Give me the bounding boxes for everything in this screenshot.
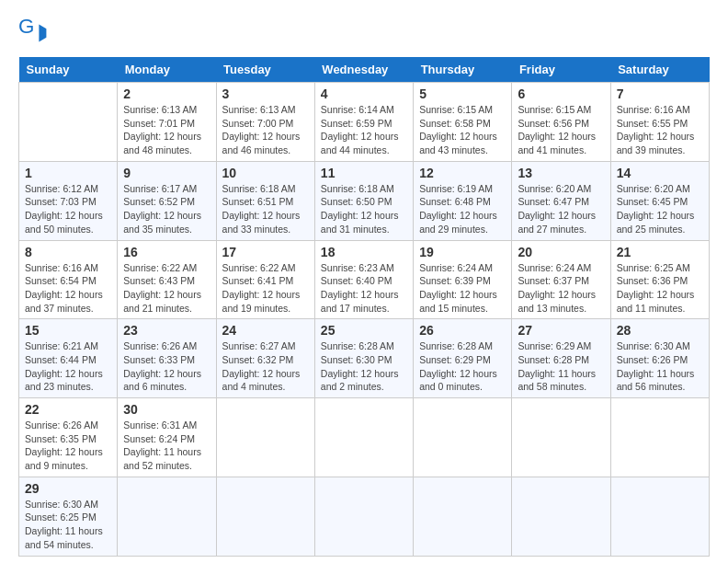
col-monday: Monday	[118, 57, 216, 83]
calendar-cell: 5 Sunrise: 6:15 AM Sunset: 6:58 PM Dayli…	[414, 83, 512, 162]
calendar-cell: 24 Sunrise: 6:27 AM Sunset: 6:32 PM Dayl…	[216, 319, 314, 398]
day-info: Sunrise: 6:22 AM Sunset: 6:41 PM Dayligh…	[222, 261, 309, 316]
calendar-cell: 3 Sunrise: 6:13 AM Sunset: 7:00 PM Dayli…	[216, 83, 314, 162]
sunrise: Sunrise: 6:28 AM	[321, 340, 394, 351]
day-info: Sunrise: 6:31 AM Sunset: 6:24 PM Dayligh…	[123, 419, 210, 473]
day-info: Sunrise: 6:30 AM Sunset: 6:25 PM Dayligh…	[25, 498, 111, 552]
sunrise: Sunrise: 6:29 AM	[518, 340, 591, 351]
sunrise: Sunrise: 6:30 AM	[25, 499, 98, 510]
calendar-cell: 8 Sunrise: 6:16 AM Sunset: 6:54 PM Dayli…	[19, 240, 118, 319]
day-info: Sunrise: 6:18 AM Sunset: 6:50 PM Dayligh…	[321, 182, 407, 236]
sunrise: Sunrise: 6:17 AM	[123, 183, 197, 194]
calendar-cell: 15 Sunrise: 6:21 AM Sunset: 6:44 PM Dayl…	[19, 319, 118, 398]
day-info: Sunrise: 6:18 AM Sunset: 6:51 PM Dayligh…	[222, 182, 309, 236]
day-number: 12	[419, 166, 506, 180]
day-info: Sunrise: 6:17 AM Sunset: 6:52 PM Dayligh…	[123, 182, 210, 236]
sunset: Sunset: 6:50 PM	[321, 196, 392, 207]
sunrise: Sunrise: 6:21 AM	[25, 340, 98, 351]
daylight: Daylight: 12 hours and 2 minutes.	[321, 368, 399, 393]
day-number: 23	[123, 323, 210, 338]
day-number: 1	[25, 166, 111, 180]
day-info: Sunrise: 6:25 AM Sunset: 6:36 PM Dayligh…	[617, 261, 703, 316]
sunset: Sunset: 6:30 PM	[321, 354, 392, 365]
daylight: Daylight: 12 hours and 33 minutes.	[222, 210, 301, 235]
calendar-cell: 20 Sunrise: 6:24 AM Sunset: 6:37 PM Dayl…	[512, 240, 610, 319]
sunrise: Sunrise: 6:26 AM	[123, 340, 197, 351]
calendar-cell: 17 Sunrise: 6:22 AM Sunset: 6:41 PM Dayl…	[216, 240, 314, 319]
calendar-cell	[512, 477, 610, 556]
sunset: Sunset: 6:47 PM	[518, 196, 589, 207]
sunset: Sunset: 6:26 PM	[617, 354, 688, 365]
daylight: Daylight: 12 hours and 23 minutes.	[25, 368, 103, 393]
day-info: Sunrise: 6:24 AM Sunset: 6:37 PM Dayligh…	[518, 261, 604, 316]
calendar-week-row: 22 Sunrise: 6:26 AM Sunset: 6:35 PM Dayl…	[19, 398, 710, 477]
calendar-cell	[19, 83, 118, 162]
daylight: Daylight: 11 hours and 56 minutes.	[617, 368, 695, 393]
page-header: G	[18, 18, 710, 48]
calendar-cell: 9 Sunrise: 6:17 AM Sunset: 6:52 PM Dayli…	[118, 161, 216, 240]
col-wednesday: Wednesday	[314, 57, 413, 83]
daylight: Daylight: 12 hours and 44 minutes.	[321, 131, 399, 155]
sunset: Sunset: 6:55 PM	[617, 118, 688, 129]
day-info: Sunrise: 6:30 AM Sunset: 6:26 PM Dayligh…	[617, 339, 703, 394]
calendar-cell	[216, 477, 314, 556]
day-number: 8	[25, 245, 111, 259]
daylight: Daylight: 12 hours and 13 minutes.	[518, 289, 596, 314]
calendar-cell	[610, 398, 709, 477]
col-friday: Friday	[512, 57, 610, 83]
sunrise: Sunrise: 6:30 AM	[617, 340, 690, 351]
day-info: Sunrise: 6:15 AM Sunset: 6:58 PM Dayligh…	[419, 103, 506, 157]
calendar-week-row: 2 Sunrise: 6:13 AM Sunset: 7:01 PM Dayli…	[19, 83, 710, 162]
calendar-cell: 10 Sunrise: 6:18 AM Sunset: 6:51 PM Dayl…	[216, 161, 314, 240]
day-number: 21	[617, 245, 703, 259]
sunrise: Sunrise: 6:20 AM	[518, 183, 591, 194]
day-info: Sunrise: 6:13 AM Sunset: 7:01 PM Dayligh…	[123, 103, 210, 157]
sunrise: Sunrise: 6:20 AM	[617, 183, 690, 194]
sunrise: Sunrise: 6:24 AM	[419, 262, 493, 273]
sunset: Sunset: 6:39 PM	[419, 275, 491, 286]
daylight: Daylight: 12 hours and 41 minutes.	[518, 131, 596, 155]
day-number: 2	[123, 86, 210, 101]
svg-text:G: G	[18, 18, 34, 38]
day-number: 18	[321, 245, 407, 259]
calendar-cell: 29 Sunrise: 6:30 AM Sunset: 6:25 PM Dayl…	[19, 477, 118, 556]
calendar-cell: 11 Sunrise: 6:18 AM Sunset: 6:50 PM Dayl…	[314, 161, 413, 240]
day-info: Sunrise: 6:28 AM Sunset: 6:29 PM Dayligh…	[419, 339, 506, 394]
sunset: Sunset: 6:58 PM	[419, 118, 491, 129]
daylight: Daylight: 12 hours and 21 minutes.	[123, 289, 201, 314]
daylight: Daylight: 11 hours and 52 minutes.	[123, 446, 201, 471]
sunset: Sunset: 6:28 PM	[518, 354, 589, 365]
sunrise: Sunrise: 6:12 AM	[25, 183, 98, 194]
daylight: Daylight: 12 hours and 29 minutes.	[419, 210, 497, 235]
calendar-cell: 21 Sunrise: 6:25 AM Sunset: 6:36 PM Dayl…	[610, 240, 709, 319]
sunset: Sunset: 7:00 PM	[222, 118, 294, 129]
sunrise: Sunrise: 6:16 AM	[25, 262, 98, 273]
daylight: Daylight: 12 hours and 0 minutes.	[419, 368, 497, 393]
day-info: Sunrise: 6:14 AM Sunset: 6:59 PM Dayligh…	[321, 103, 407, 157]
sunrise: Sunrise: 6:22 AM	[222, 262, 296, 273]
day-info: Sunrise: 6:20 AM Sunset: 6:45 PM Dayligh…	[617, 182, 703, 236]
calendar-cell	[118, 477, 216, 556]
daylight: Daylight: 12 hours and 46 minutes.	[222, 131, 301, 155]
sunset: Sunset: 6:40 PM	[321, 275, 392, 286]
day-number: 28	[617, 323, 703, 338]
calendar-cell	[610, 477, 709, 556]
sunset: Sunset: 6:35 PM	[25, 433, 97, 444]
day-number: 25	[321, 323, 407, 338]
sunrise: Sunrise: 6:15 AM	[419, 104, 493, 115]
day-number: 4	[321, 86, 407, 101]
sunrise: Sunrise: 6:18 AM	[321, 183, 394, 194]
daylight: Daylight: 12 hours and 39 minutes.	[617, 131, 695, 155]
sunset: Sunset: 6:48 PM	[419, 196, 491, 207]
sunset: Sunset: 7:01 PM	[123, 118, 195, 129]
sunset: Sunset: 6:33 PM	[123, 354, 195, 365]
calendar-cell: 2 Sunrise: 6:13 AM Sunset: 7:01 PM Dayli…	[118, 83, 216, 162]
sunset: Sunset: 7:03 PM	[25, 196, 97, 207]
calendar-cell	[512, 398, 610, 477]
daylight: Daylight: 12 hours and 27 minutes.	[518, 210, 596, 235]
day-info: Sunrise: 6:13 AM Sunset: 7:00 PM Dayligh…	[222, 103, 309, 157]
calendar-cell: 25 Sunrise: 6:28 AM Sunset: 6:30 PM Dayl…	[314, 319, 413, 398]
daylight: Daylight: 12 hours and 19 minutes.	[222, 289, 301, 314]
sunset: Sunset: 6:52 PM	[123, 196, 195, 207]
calendar-cell: 28 Sunrise: 6:30 AM Sunset: 6:26 PM Dayl…	[610, 319, 709, 398]
